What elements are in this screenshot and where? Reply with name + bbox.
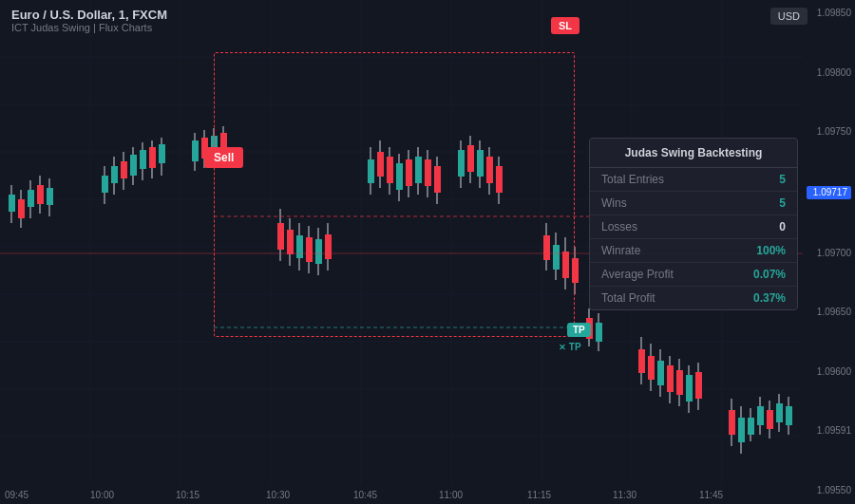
time-9: 11:45 xyxy=(699,490,723,500)
panel-row-value-5: 0.37% xyxy=(753,291,786,305)
time-axis: 09:45 10:00 10:15 10:30 10:45 11:00 11:1… xyxy=(0,485,803,504)
svg-rect-24 xyxy=(37,185,44,204)
svg-rect-18 xyxy=(9,195,15,212)
chart-subtitle: ICT Judas Swing | Flux Charts xyxy=(11,22,167,33)
panel-row-value-2: 0 xyxy=(779,220,786,233)
svg-rect-110 xyxy=(686,375,693,401)
panel-row-value-3: 100% xyxy=(756,244,786,257)
svg-rect-36 xyxy=(140,150,146,169)
backtesting-panel: Judas Swing Backtesting Total Entries5Wi… xyxy=(589,138,798,310)
price-2: 1.09800 xyxy=(807,67,851,79)
panel-row-3: Winrate100% xyxy=(590,239,797,263)
time-3: 10:15 xyxy=(176,490,200,500)
svg-rect-112 xyxy=(695,372,702,399)
svg-rect-102 xyxy=(648,356,655,380)
trade-box xyxy=(214,52,575,337)
price-6: 1.09650 xyxy=(807,307,851,318)
panel-row-label-1: Wins xyxy=(601,196,627,210)
price-3: 1.09750 xyxy=(807,126,851,138)
svg-rect-34 xyxy=(130,155,137,176)
panel-row-label-3: Winrate xyxy=(601,244,640,257)
tp-badge-2: ✕ TP xyxy=(559,342,581,352)
svg-rect-116 xyxy=(738,418,745,442)
panel-row-1: Wins5 xyxy=(590,192,797,215)
panel-row-2: Losses0 xyxy=(590,215,797,239)
panel-row-value-0: 5 xyxy=(779,173,786,186)
panel-row-label-5: Total Profit xyxy=(601,291,656,305)
svg-rect-120 xyxy=(757,406,764,425)
price-9: 1.09550 xyxy=(807,485,851,496)
price-8: 1.09591 xyxy=(807,425,851,437)
svg-rect-40 xyxy=(159,144,165,163)
svg-rect-30 xyxy=(111,166,118,183)
chart-container: Euro / U.S. Dollar, 1, FXCM ICT Judas Sw… xyxy=(0,0,855,504)
price-5: 1.09700 xyxy=(807,248,851,259)
svg-rect-126 xyxy=(786,406,792,425)
time-8: 11:30 xyxy=(613,490,636,500)
panel-row-label-4: Average Profit xyxy=(601,268,674,281)
panel-row-value-1: 5 xyxy=(779,196,786,210)
svg-rect-26 xyxy=(47,188,53,205)
time-2: 10:00 xyxy=(90,490,114,500)
time-1: 09:45 xyxy=(5,490,28,500)
panel-row-value-4: 0.07% xyxy=(753,268,786,281)
time-4: 10:30 xyxy=(266,490,290,500)
panel-row-4: Average Profit0.07% xyxy=(590,263,797,287)
time-5: 10:45 xyxy=(353,490,377,500)
svg-rect-104 xyxy=(657,361,664,385)
svg-rect-42 xyxy=(192,140,199,161)
chart-title: Euro / U.S. Dollar, 1, FXCM xyxy=(11,8,167,22)
sell-badge: Sell xyxy=(204,147,243,168)
svg-rect-108 xyxy=(676,370,683,395)
panel-rows: Total Entries5Wins5Losses0Winrate100%Ave… xyxy=(590,168,797,309)
panel-row-5: Total Profit0.37% xyxy=(590,287,797,309)
currency-badge: USD xyxy=(770,8,808,25)
panel-row-0: Total Entries5 xyxy=(590,168,797,192)
svg-rect-122 xyxy=(767,410,773,429)
svg-rect-32 xyxy=(121,161,127,178)
svg-rect-22 xyxy=(28,190,34,207)
svg-rect-38 xyxy=(149,147,156,168)
svg-rect-106 xyxy=(667,365,674,392)
svg-rect-20 xyxy=(18,199,25,218)
sl-badge: SL xyxy=(551,17,580,34)
time-6: 11:00 xyxy=(439,490,463,500)
svg-rect-118 xyxy=(748,418,754,435)
tp-badge-1: TP xyxy=(567,323,591,337)
time-7: 11:15 xyxy=(527,490,551,500)
svg-rect-98 xyxy=(596,323,602,342)
panel-row-label-2: Losses xyxy=(601,220,637,233)
svg-rect-28 xyxy=(102,176,108,193)
svg-rect-100 xyxy=(638,349,645,373)
top-bar: Euro / U.S. Dollar, 1, FXCM ICT Judas Sw… xyxy=(0,0,855,47)
price-axis: 1.09850 1.09800 1.09750 1.09717 1.09700 … xyxy=(803,0,855,504)
svg-rect-114 xyxy=(729,410,735,435)
panel-title: Judas Swing Backtesting xyxy=(590,139,797,168)
svg-rect-124 xyxy=(776,403,783,422)
chart-title-block: Euro / U.S. Dollar, 1, FXCM ICT Judas Sw… xyxy=(11,8,167,33)
panel-row-label-0: Total Entries xyxy=(601,173,664,186)
price-4: 1.09717 xyxy=(807,186,851,199)
price-7: 1.09600 xyxy=(807,366,851,378)
